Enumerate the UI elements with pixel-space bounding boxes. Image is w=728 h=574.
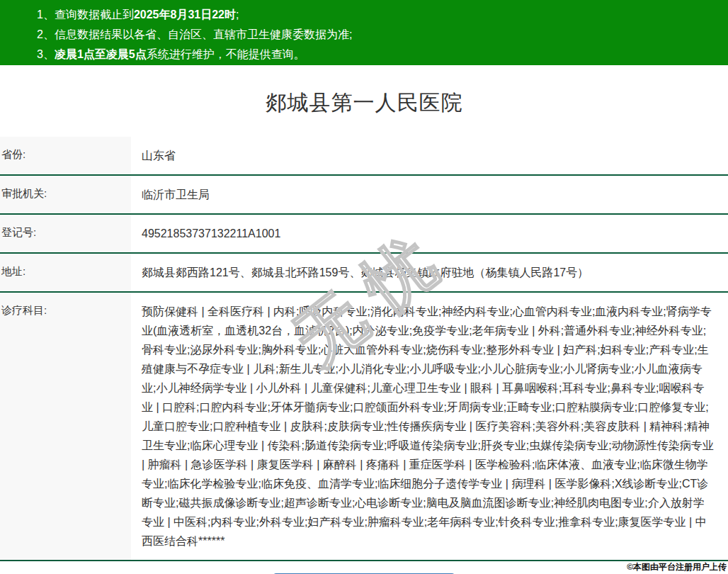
notice-text: ; (236, 9, 239, 21)
row-label: 审批机关: (0, 176, 131, 213)
table-row-province: 省份: 山东省 (0, 137, 728, 176)
notice-text: 查询数据截止到 (55, 9, 134, 21)
notice-line-1: 1、查询数据截止到2025年8月31日22时; (37, 5, 728, 25)
notice-line-3: 3、凌晨1点至凌晨5点系统进行维护，不能提供查询。 (37, 45, 728, 64)
info-table: 省份: 山东省 审批机关: 临沂市卫生局 登记号: 49521853737132… (0, 137, 728, 561)
table-row-medical-departments: 诊疗科目: 预防保健科 | 全科医疗科 | 内科;呼吸内科专业;消化内科专业;神… (0, 293, 728, 561)
row-label: 登记号: (0, 215, 131, 252)
notice-number: 2、 (37, 28, 55, 40)
notice-bar: 1、查询数据截止到2025年8月31日22时; 2、信息数据结果以各省、自治区、… (0, 0, 728, 65)
notice-number: 3、 (37, 48, 55, 60)
table-row-registration-number: 登记号: 49521853737132211A1001 (0, 215, 728, 254)
notice-number: 1、 (37, 9, 55, 21)
page-title: 郯城县第一人民医院 (0, 65, 728, 137)
row-value: 预防保健科 | 全科医疗科 | 内科;呼吸内科专业;消化内科专业;神经内科专业;… (131, 293, 728, 560)
row-label: 地址: (0, 254, 131, 291)
row-label: 诊疗科目: (0, 293, 131, 560)
row-value: 郯城县郯西路121号、郯城县北环路159号、郯城县杨集镇政府驻地（杨集镇人民路1… (131, 254, 728, 291)
notice-text: 系统进行维护，不能提供查询。 (147, 48, 305, 60)
table-row-address: 地址: 郯城县郯西路121号、郯城县北环路159号、郯城县杨集镇政府驻地（杨集镇… (0, 254, 728, 293)
row-value: 临沂市卫生局 (131, 176, 728, 213)
table-row-approval-authority: 审批机关: 临沂市卫生局 (0, 176, 728, 215)
notice-text-bold: 凌晨1点至凌晨5点 (55, 48, 147, 60)
row-value: 山东省 (131, 137, 728, 174)
notice-text: 信息数据结果以各省、自治区、直辖市卫生健康委数据为准; (55, 28, 352, 40)
row-label: 省份: (0, 137, 131, 174)
row-value: 49521853737132211A1001 (131, 215, 728, 252)
copyright-stamp: ©本图由平台注册用户上传 (627, 561, 727, 573)
notice-text-bold: 2025年8月31日22时 (134, 9, 236, 21)
notice-line-2: 2、信息数据结果以各省、自治区、直辖市卫生健康委数据为准; (37, 25, 728, 45)
